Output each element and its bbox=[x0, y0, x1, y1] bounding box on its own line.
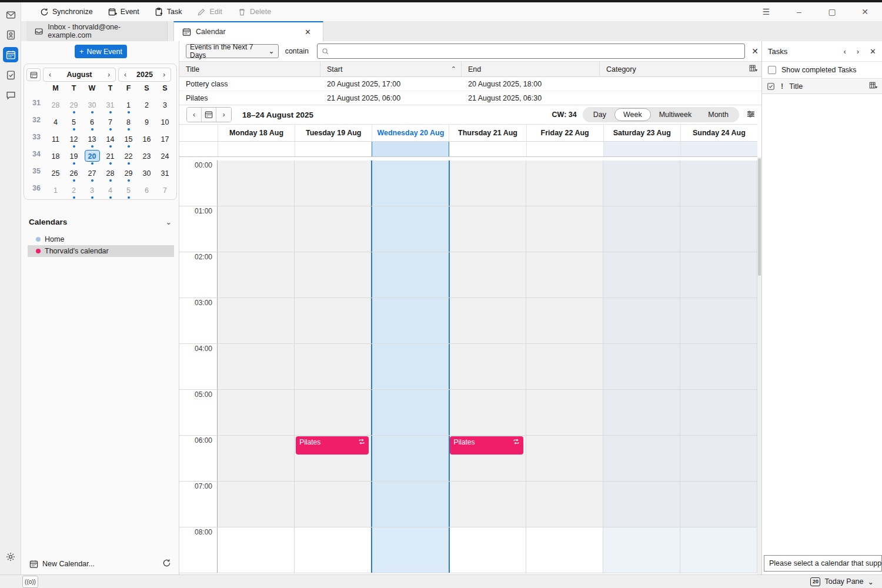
minical-day[interactable]: 7 bbox=[156, 182, 174, 199]
tasks-next-icon[interactable]: › bbox=[857, 47, 859, 56]
view-button-day[interactable]: Day bbox=[585, 109, 614, 121]
minical-day[interactable]: 30 bbox=[138, 165, 156, 182]
status-broadcast-icon[interactable]: ((o)) bbox=[22, 576, 38, 588]
close-filter-icon[interactable]: ✕ bbox=[749, 46, 761, 56]
grid-cell[interactable] bbox=[450, 298, 527, 343]
calendars-section-header[interactable]: Calendars ⌄ bbox=[29, 218, 172, 226]
minical-day[interactable]: 6 bbox=[138, 182, 156, 199]
today-pane-toggle[interactable]: 20 Today Pane ⌄ bbox=[810, 577, 882, 586]
grid-cell[interactable] bbox=[680, 344, 757, 389]
day-header[interactable]: Thursday 21 Aug bbox=[449, 125, 526, 141]
minical-day[interactable]: 20 bbox=[83, 148, 101, 165]
priority-column-icon[interactable]: ! bbox=[781, 82, 783, 91]
day-header[interactable]: Friday 22 Aug bbox=[526, 125, 603, 141]
minical-day[interactable]: 27 bbox=[83, 165, 101, 182]
chat-space-icon[interactable] bbox=[3, 87, 18, 102]
settings-gear-icon[interactable] bbox=[5, 552, 16, 564]
calendar-space-icon[interactable] bbox=[3, 47, 18, 62]
tasks-column-picker-icon[interactable] bbox=[869, 81, 877, 91]
grid-cell[interactable] bbox=[680, 482, 757, 527]
minical-day[interactable]: 5 bbox=[65, 114, 83, 131]
grid-cell[interactable] bbox=[680, 298, 757, 343]
grid-cell[interactable] bbox=[218, 390, 295, 435]
grid-cell[interactable] bbox=[450, 482, 527, 527]
column-start[interactable]: Start ⌃ bbox=[320, 62, 462, 76]
view-options-icon[interactable] bbox=[746, 109, 756, 121]
minical-day[interactable]: 2 bbox=[65, 182, 83, 199]
grid-cell[interactable] bbox=[680, 206, 757, 252]
tab-calendar[interactable]: Calendar ✕ bbox=[173, 21, 323, 41]
calendar-event[interactable]: Pilates bbox=[296, 436, 369, 455]
previous-week-button[interactable]: ‹ bbox=[187, 108, 202, 122]
minical-day[interactable]: 31 bbox=[156, 165, 174, 182]
grid-cell[interactable] bbox=[526, 436, 603, 481]
grid-cell[interactable] bbox=[450, 206, 527, 252]
close-window-icon[interactable]: ✕ bbox=[856, 7, 874, 16]
minical-day[interactable]: 24 bbox=[156, 148, 174, 165]
day-header[interactable]: Wednesday 20 Aug bbox=[372, 125, 449, 141]
next-week-button[interactable]: › bbox=[216, 108, 231, 122]
day-header[interactable]: Monday 18 Aug bbox=[218, 125, 295, 141]
all-day-cell[interactable] bbox=[603, 142, 680, 156]
minical-day[interactable]: 12 bbox=[65, 131, 83, 148]
minical-day[interactable]: 16 bbox=[138, 131, 156, 148]
grid-cell[interactable] bbox=[372, 344, 450, 389]
go-to-today-button[interactable] bbox=[202, 108, 216, 122]
calendar-event[interactable]: Pilates bbox=[450, 436, 523, 455]
grid-cell[interactable] bbox=[372, 482, 450, 527]
minical-day[interactable]: 1 bbox=[119, 97, 138, 114]
grid-cell[interactable] bbox=[218, 436, 295, 481]
grid-cell[interactable] bbox=[218, 252, 295, 298]
grid-cell[interactable] bbox=[372, 436, 450, 481]
grid-cell[interactable] bbox=[603, 206, 680, 252]
tab-inbox[interactable]: Inbox - thorvald@one-example.com bbox=[26, 21, 168, 41]
completed-column-icon[interactable] bbox=[767, 82, 775, 91]
grid-cell[interactable] bbox=[526, 298, 603, 343]
minical-day[interactable]: 29 bbox=[119, 165, 138, 182]
tasks-space-icon[interactable] bbox=[3, 67, 18, 82]
grid-cell[interactable] bbox=[218, 298, 295, 343]
all-day-cell[interactable] bbox=[218, 142, 295, 156]
grid-cell[interactable] bbox=[218, 482, 295, 527]
minical-day[interactable]: 7 bbox=[101, 114, 119, 131]
next-month-icon[interactable]: › bbox=[102, 71, 115, 79]
tasks-close-icon[interactable]: ✕ bbox=[870, 47, 876, 56]
app-menu-icon[interactable]: ☰ bbox=[757, 7, 775, 16]
grid-cell[interactable] bbox=[372, 206, 450, 252]
grid-cell[interactable] bbox=[372, 161, 450, 206]
synchronize-button[interactable]: Synchronize bbox=[35, 5, 98, 19]
prev-month-icon[interactable]: ‹ bbox=[44, 71, 56, 79]
grid-cell[interactable] bbox=[603, 344, 680, 389]
new-event-button[interactable]: + New Event bbox=[75, 45, 127, 58]
minical-month-label[interactable]: August bbox=[56, 71, 102, 79]
grid-cell[interactable] bbox=[526, 482, 603, 527]
grid-scrollbar[interactable] bbox=[757, 157, 761, 574]
column-end[interactable]: End bbox=[462, 62, 600, 76]
grid-cell[interactable] bbox=[526, 344, 603, 389]
grid-cell[interactable] bbox=[603, 436, 680, 481]
minical-day[interactable]: 21 bbox=[101, 148, 119, 165]
close-tab-icon[interactable]: ✕ bbox=[301, 26, 315, 38]
minical-day[interactable]: 17 bbox=[156, 131, 174, 148]
minical-day[interactable]: 31 bbox=[101, 97, 119, 114]
grid-cell[interactable] bbox=[372, 298, 450, 343]
all-day-cell[interactable] bbox=[680, 142, 757, 156]
minical-day[interactable]: 30 bbox=[83, 97, 101, 114]
grid-cell[interactable] bbox=[295, 298, 372, 343]
grid-cell[interactable] bbox=[603, 482, 680, 527]
grid-cell[interactable] bbox=[218, 344, 295, 389]
grid-cell[interactable] bbox=[450, 527, 527, 573]
grid-cell[interactable] bbox=[680, 252, 757, 298]
all-day-cell[interactable] bbox=[295, 142, 372, 156]
event-list-row[interactable]: Pilates21 August 2025, 06:0021 August 20… bbox=[179, 91, 761, 105]
prev-year-icon[interactable]: ‹ bbox=[119, 71, 132, 79]
new-calendar-button[interactable]: New Calendar... bbox=[21, 556, 179, 572]
tasks-title-column[interactable]: Title bbox=[789, 82, 803, 91]
minimize-icon[interactable]: – bbox=[790, 7, 808, 16]
calendar-list-item[interactable]: Home bbox=[28, 233, 174, 245]
grid-cell[interactable] bbox=[372, 390, 450, 435]
minical-day[interactable]: 8 bbox=[119, 114, 138, 131]
event-search-input[interactable] bbox=[317, 44, 745, 59]
minical-day[interactable]: 29 bbox=[65, 97, 83, 114]
delete-button[interactable]: Delete bbox=[233, 5, 276, 19]
